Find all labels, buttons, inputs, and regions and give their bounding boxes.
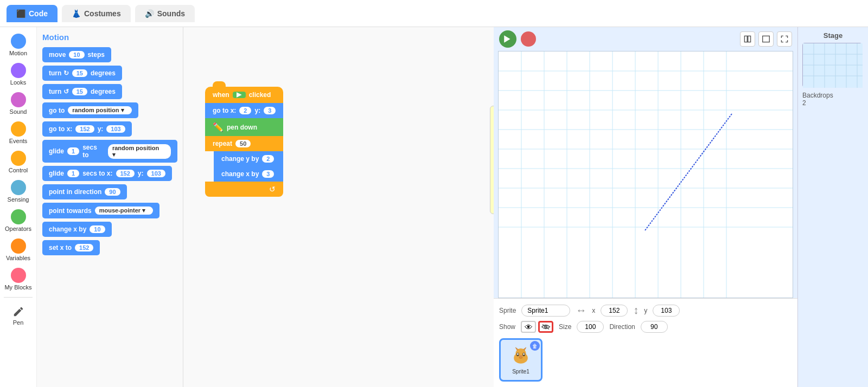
tab-costumes-label: Costumes [84, 9, 121, 18]
green-flag-button[interactable] [499, 30, 516, 48]
svg-rect-32 [803, 43, 863, 88]
block-move[interactable]: move 10 steps [42, 47, 177, 62]
stage-controls-bar [494, 27, 797, 51]
sprite-show-label: Show [499, 323, 515, 331]
sprite-x-label: x [592, 307, 595, 314]
note-bubble: ▾ ✕ Graph the line which passes through … [490, 106, 494, 214]
wide-view-button[interactable] [758, 31, 774, 47]
block-goto-script[interactable]: go to x: 2 y: 3 [205, 103, 283, 118]
svg-point-30 [523, 353, 524, 354]
block-goto-xy[interactable]: go to x: 152 y: 103 [42, 121, 177, 137]
flag-icon [237, 92, 242, 98]
sprite-info-panel: Sprite ↔ x ↕ y Show 👁 Size [494, 298, 797, 387]
operators-dot [11, 209, 26, 224]
sidebar-item-events[interactable]: Events [0, 119, 36, 146]
narrow-view-button[interactable] [740, 31, 755, 47]
tab-costumes[interactable]: 👗 Costumes [62, 5, 131, 22]
pen-icon [11, 304, 26, 319]
block-turn-ccw[interactable]: turn ↺ 15 degrees [42, 84, 177, 99]
sprite-y-input[interactable] [653, 305, 680, 317]
sprite-name-input[interactable] [521, 305, 570, 317]
sound-label: Sound [10, 108, 27, 115]
block-pen-down[interactable]: ✏️ pen down [205, 118, 283, 136]
sidebar-item-variables[interactable]: Variables [0, 236, 36, 263]
costumes-icon: 👗 [72, 9, 81, 18]
stage-thumbnail[interactable] [802, 43, 862, 87]
sidebar-item-motion[interactable]: Motion [0, 31, 36, 59]
sensing-label: Sensing [8, 196, 29, 203]
sprite-x-input[interactable] [601, 305, 628, 317]
block-repeat[interactable]: repeat 50 change y by 2 change x by 3 [205, 136, 283, 197]
sidebar-item-sensing[interactable]: Sensing [0, 178, 36, 205]
sprite-direction-label: Direction [609, 323, 635, 331]
sprite-show-row: Show 👁 Size Direction [499, 321, 792, 333]
block-glide-random[interactable]: glide 1 secs to random position ▾ [42, 140, 177, 163]
events-label: Events [9, 138, 28, 144]
categories-panel: Motion Looks Sound Events Control Sensin… [0, 27, 37, 387]
show-visible-button[interactable]: 👁 [521, 321, 536, 333]
sidebar-item-pen[interactable]: Pen [0, 302, 36, 328]
sidebar-item-operators[interactable]: Operators [0, 207, 36, 234]
stage-thumbnail-panel: Stage Backdrops 2 [797, 27, 868, 387]
looks-label: Looks [10, 79, 26, 86]
block-turn-cw[interactable]: turn ↻ 15 degrees [42, 66, 177, 81]
block-change-x[interactable]: change x by 10 [42, 222, 177, 237]
tab-code-label: Code [29, 9, 48, 18]
divider [4, 297, 33, 298]
stage-and-sprite: Sprite ↔ x ↕ y Show 👁 Size [494, 27, 797, 387]
stop-button[interactable] [521, 31, 536, 47]
pencil-icon: ✏️ [213, 122, 224, 132]
svg-rect-0 [744, 36, 747, 42]
motion-dot [11, 34, 26, 49]
main-layout: Motion Looks Sound Events Control Sensin… [0, 27, 868, 387]
show-hidden-button[interactable] [538, 321, 553, 333]
sensing-dot [11, 180, 26, 195]
sounds-icon: 🔊 [145, 9, 154, 18]
svg-point-31 [519, 355, 522, 357]
view-controls [740, 31, 792, 47]
top-bar: ⬛ Code 👗 Costumes 🔊 Sounds [0, 0, 868, 27]
variables-label: Variables [6, 255, 30, 261]
backdrops-count: 2 [802, 99, 806, 107]
backdrops-label: Backdrops [802, 92, 833, 99]
x-arrow-icon: ↔ [576, 304, 586, 317]
block-change-y-script[interactable]: change y by 2 [214, 151, 283, 166]
stage-panel-label: Stage [824, 31, 843, 40]
control-label: Control [9, 167, 28, 173]
myblocks-label: My Blocks [4, 284, 31, 291]
blocks-panel: Motion move 10 steps turn ↻ 15 degrees t… [37, 27, 183, 387]
control-dot [11, 151, 26, 166]
script-blocks: when clicked go to x: 2 y: 3 ✏️ pen down [205, 87, 283, 197]
tab-code[interactable]: ⬛ Code [7, 5, 58, 22]
sidebar-item-myblocks[interactable]: My Blocks [0, 266, 36, 293]
sidebar-item-control[interactable]: Control [0, 149, 36, 176]
sound-dot [11, 92, 26, 107]
fullscreen-button[interactable] [777, 31, 792, 47]
variables-dot [11, 238, 26, 254]
sprite-delete-button[interactable]: 🗑 [530, 341, 540, 351]
playback-controls [499, 30, 536, 48]
sprite-thumb-sprite1[interactable]: 🗑 Sprite1 [499, 338, 542, 382]
stage-grid [499, 51, 793, 298]
sprite-direction-input[interactable] [641, 321, 668, 333]
motion-label: Motion [9, 50, 27, 56]
hat-block[interactable]: when clicked go to x: 2 y: 3 ✏️ pen down [205, 87, 283, 197]
sprite-y-label: y [644, 307, 647, 314]
sidebar-item-sound[interactable]: Sound [0, 90, 36, 117]
operators-label: Operators [5, 225, 31, 232]
pen-label: Pen [13, 319, 24, 326]
sprite-size-input[interactable] [577, 321, 604, 333]
myblocks-dot [11, 268, 26, 283]
block-point-towards[interactable]: point towards mouse-pointer ▾ [42, 203, 177, 218]
sprite-thumb-label: Sprite1 [512, 369, 529, 375]
tab-sounds[interactable]: 🔊 Sounds [135, 5, 195, 22]
y-arrow-icon: ↕ [633, 304, 639, 317]
block-glide-xy[interactable]: glide 1 secs to x: 152 y: 103 [42, 166, 177, 181]
stage-canvas [498, 51, 793, 298]
block-change-x-script[interactable]: change x by 3 [214, 166, 283, 182]
block-goto-random[interactable]: go to random position ▾ [42, 102, 177, 118]
sidebar-item-looks[interactable]: Looks [0, 61, 36, 88]
block-point-direction[interactable]: point in direction 90 [42, 184, 177, 199]
script-area: when clicked go to x: 2 y: 3 ✏️ pen down [183, 27, 494, 387]
block-set-x[interactable]: set x to 152 [42, 240, 177, 255]
